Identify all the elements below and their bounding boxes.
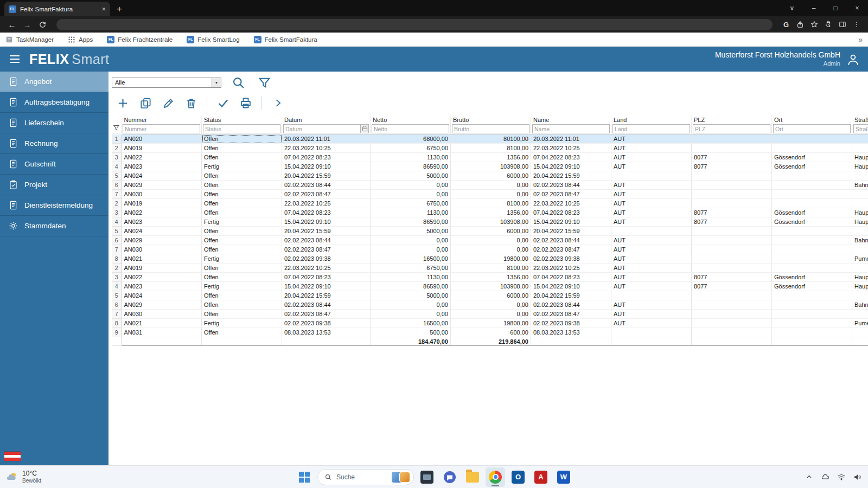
cell-brutto[interactable]: 0,00 bbox=[451, 236, 531, 245]
cell-ort[interactable] bbox=[772, 291, 852, 300]
cell-plz[interactable] bbox=[692, 245, 772, 254]
google-g-icon[interactable]: G bbox=[779, 17, 793, 31]
desktop-app-button[interactable] bbox=[417, 467, 437, 487]
calendar-icon[interactable] bbox=[361, 124, 369, 133]
filter-funnel-button[interactable] bbox=[258, 76, 271, 89]
word-button[interactable]: W bbox=[554, 467, 573, 487]
cell-datum[interactable]: 02.02.2023 08:47 bbox=[282, 310, 371, 319]
row-number[interactable]: 5 bbox=[112, 171, 122, 181]
table-row[interactable]: 8AN021Fertig02.02.2023 09:3816500,001980… bbox=[112, 254, 868, 264]
cell-nummer[interactable]: AN022 bbox=[122, 153, 202, 162]
filter-input-netto[interactable] bbox=[372, 124, 449, 133]
delete-trash-button[interactable] bbox=[180, 94, 202, 112]
row-number[interactable]: 6 bbox=[112, 181, 122, 190]
cell-nummer[interactable]: AN020 bbox=[122, 134, 202, 144]
cell-status[interactable]: Offen bbox=[202, 144, 282, 153]
cell-nummer[interactable]: AN024 bbox=[122, 291, 202, 300]
file-explorer-button[interactable] bbox=[463, 467, 482, 487]
cell-land[interactable]: AUT bbox=[611, 190, 692, 199]
address-bar[interactable] bbox=[56, 19, 773, 30]
filter-input-strasse[interactable] bbox=[853, 124, 868, 133]
row-number[interactable]: 9 bbox=[112, 328, 122, 337]
cell-plz[interactable] bbox=[692, 264, 772, 273]
cell-land[interactable]: AUT bbox=[611, 273, 692, 282]
cell-name[interactable]: 02.02.2023 08:47 bbox=[531, 190, 611, 199]
cell-datum[interactable]: 02.02.2023 08:44 bbox=[282, 181, 371, 190]
cell-brutto[interactable]: 1356,00 bbox=[451, 273, 531, 282]
sidebar-item-gutschrift[interactable]: Gutschrift bbox=[0, 154, 108, 175]
cell-nummer[interactable]: AN031 bbox=[122, 328, 202, 337]
cell-ort[interactable]: Gössendorf bbox=[772, 217, 852, 227]
filter-input-brutto[interactable] bbox=[452, 124, 529, 133]
column-header-land[interactable]: Land bbox=[611, 115, 692, 124]
cell-datum[interactable]: 02.02.2023 09:38 bbox=[282, 319, 371, 328]
cell-netto[interactable]: 6750,00 bbox=[371, 199, 451, 208]
row-number[interactable]: 3 bbox=[112, 153, 122, 162]
reload-button[interactable] bbox=[35, 17, 50, 31]
add-button[interactable] bbox=[112, 94, 133, 112]
acrobat-button[interactable]: A bbox=[531, 467, 551, 487]
filter-dropdown[interactable]: Alle ▼ bbox=[112, 78, 221, 88]
cell-ort[interactable] bbox=[772, 227, 852, 236]
edit-pencil-button[interactable] bbox=[157, 94, 179, 112]
cell-name[interactable]: 02.02.2023 08:44 bbox=[531, 181, 611, 190]
cell-ort[interactable] bbox=[772, 181, 852, 190]
cell-datum[interactable]: 15.04.2022 09:10 bbox=[282, 217, 371, 227]
cell-ort[interactable] bbox=[772, 254, 852, 264]
confirm-check-button[interactable] bbox=[212, 94, 234, 112]
cell-netto[interactable]: 86590,00 bbox=[371, 282, 451, 291]
cell-netto[interactable]: 5000,00 bbox=[371, 291, 451, 300]
back-button[interactable]: ← bbox=[4, 17, 20, 31]
cell-ort[interactable] bbox=[772, 328, 852, 337]
cell-datum[interactable]: 20.04.2022 15:59 bbox=[282, 227, 371, 236]
cell-datum[interactable]: 20.03.2022 11:01 bbox=[282, 134, 371, 144]
cell-netto[interactable]: 6750,00 bbox=[371, 264, 451, 273]
cell-ort[interactable] bbox=[772, 245, 852, 254]
row-number[interactable]: 5 bbox=[112, 291, 122, 300]
cell-status[interactable]: Offen bbox=[202, 190, 282, 199]
cell-ort[interactable]: Gössendorf bbox=[772, 208, 852, 217]
cell-name[interactable]: 20.04.2022 15:59 bbox=[531, 171, 611, 181]
cell-name[interactable]: 20.04.2022 15:59 bbox=[531, 227, 611, 236]
bookmark-star-icon[interactable] bbox=[807, 17, 821, 31]
cell-plz[interactable]: 8077 bbox=[692, 273, 772, 282]
cell-datum[interactable]: 07.04.2022 08:23 bbox=[282, 273, 371, 282]
cell-name[interactable]: 08.03.2023 13:53 bbox=[531, 328, 611, 337]
cell-brutto[interactable]: 80100,00 bbox=[451, 134, 531, 144]
cell-plz[interactable] bbox=[692, 144, 772, 153]
sidebar-item-angebot[interactable]: Angebot bbox=[0, 72, 108, 92]
cell-netto[interactable]: 1130,00 bbox=[371, 208, 451, 217]
cell-name[interactable]: 02.02.2023 09:38 bbox=[531, 254, 611, 264]
cell-land[interactable] bbox=[611, 227, 692, 236]
row-number[interactable]: 8 bbox=[112, 254, 122, 264]
copy-button[interactable] bbox=[135, 94, 156, 112]
sidebar-item-lieferschein[interactable]: Lieferschein bbox=[0, 113, 108, 133]
cell-strasse[interactable] bbox=[852, 328, 868, 337]
cell-plz[interactable]: 8077 bbox=[692, 153, 772, 162]
cell-plz[interactable] bbox=[692, 236, 772, 245]
cell-netto[interactable]: 0,00 bbox=[371, 245, 451, 254]
cell-strasse[interactable] bbox=[852, 227, 868, 236]
row-number[interactable]: 8 bbox=[112, 319, 122, 328]
browser-menu-icon[interactable]: ⋮ bbox=[850, 17, 864, 31]
cell-brutto[interactable]: 0,00 bbox=[451, 245, 531, 254]
cell-land[interactable]: AUT bbox=[611, 282, 692, 291]
cell-datum[interactable]: 02.02.2023 08:44 bbox=[282, 300, 371, 310]
row-number[interactable]: 4 bbox=[112, 282, 122, 291]
network-wifi-icon[interactable] bbox=[837, 472, 846, 482]
maximize-button[interactable]: □ bbox=[825, 0, 846, 16]
cell-name[interactable]: 02.02.2023 08:44 bbox=[531, 300, 611, 310]
cell-ort[interactable] bbox=[772, 300, 852, 310]
cell-status[interactable]: Offen bbox=[202, 310, 282, 319]
cell-name[interactable]: 20.04.2022 15:59 bbox=[531, 291, 611, 300]
column-header-strasse[interactable]: Straße bbox=[852, 115, 868, 124]
cell-brutto[interactable]: 600,00 bbox=[451, 328, 531, 337]
filter-input-plz[interactable] bbox=[693, 124, 770, 133]
cell-name[interactable]: 22.03.2022 10:25 bbox=[531, 264, 611, 273]
cell-name[interactable]: 02.02.2023 08:44 bbox=[531, 236, 611, 245]
cell-strasse[interactable] bbox=[852, 190, 868, 199]
cell-netto[interactable]: 500,00 bbox=[371, 328, 451, 337]
row-number[interactable]: 7 bbox=[112, 245, 122, 254]
cell-datum[interactable]: 08.03.2023 13:53 bbox=[282, 328, 371, 337]
cell-brutto[interactable]: 8100,00 bbox=[451, 264, 531, 273]
